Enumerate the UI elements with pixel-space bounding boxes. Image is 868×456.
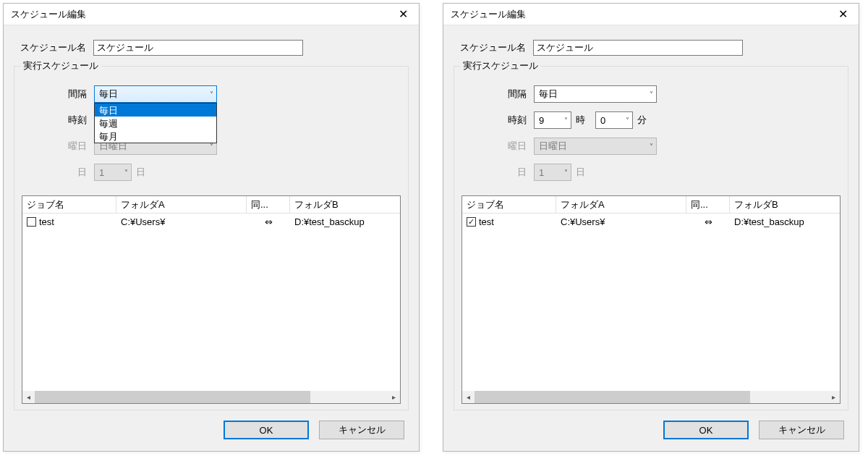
job-listview: ジョブ名 フォルダA 同... フォルダB test C:¥Users¥ ⇔ D… [22, 195, 401, 404]
chevron-down-icon: ˅ [210, 143, 213, 151]
weekday-combo-box: 日曜日 ˅ [534, 138, 657, 155]
chevron-down-icon: ˅ [124, 169, 128, 177]
listview-header: ジョブ名 フォルダA 同... フォルダB [22, 196, 400, 214]
interval-dropdown: 毎日 毎週 毎月 [94, 103, 217, 143]
day-unit: 日 [576, 166, 585, 179]
minute-unit: 分 [637, 114, 647, 127]
time-label: 時刻 [498, 114, 534, 127]
close-icon[interactable]: ✕ [827, 4, 859, 25]
cell-folder-b: D:¥test_basckup [290, 216, 400, 227]
schedule-name-input[interactable] [93, 40, 303, 56]
day-label: 日 [58, 166, 94, 179]
interval-value: 毎日 [539, 88, 558, 101]
day-row: 日 1 ˅ 日 [498, 159, 841, 185]
interval-combo[interactable]: 毎日 ˅ [534, 85, 657, 103]
weekday-label: 曜日 [58, 140, 94, 153]
schedule-name-row: スケジュール名 [454, 40, 848, 56]
interval-option-weekly[interactable]: 毎週 [95, 117, 216, 130]
cancel-button[interactable]: キャンセル [759, 421, 844, 439]
ok-button[interactable]: OK [663, 421, 749, 439]
col-folder-a[interactable]: フォルダA [556, 196, 686, 213]
group-legend: 実行スケジュール [460, 59, 541, 72]
interval-label: 間隔 [498, 88, 534, 101]
table-row[interactable]: test C:¥Users¥ ⇔ D:¥test_basckup [22, 214, 400, 229]
interval-combo-box[interactable]: 毎日 ˅ [534, 85, 657, 103]
hour-unit: 時 [576, 114, 585, 127]
chevron-down-icon: ˅ [650, 143, 653, 151]
col-sync[interactable]: 同... [686, 196, 730, 213]
day-combo: 1 ˅ [94, 164, 132, 181]
horizontal-scrollbar[interactable]: ◂ ▸ [462, 391, 840, 403]
interval-combo-box[interactable]: 毎日 ˅ [94, 85, 217, 103]
dialog-buttons: OK キャンセル [454, 410, 848, 444]
interval-value: 毎日 [99, 88, 118, 101]
time-row: 時刻 9 ˅ 時 0 ˅ 分 [498, 107, 841, 133]
col-folder-b[interactable]: フォルダB [290, 196, 400, 213]
chevron-down-icon: ˅ [564, 117, 568, 124]
scroll-left-icon[interactable]: ◂ [22, 391, 35, 403]
content-area: スケジュール名 実行スケジュール 間隔 毎日 ˅ 毎日 毎週 [4, 25, 419, 451]
table-row[interactable]: ✓ test C:¥Users¥ ⇔ D:¥test_basckup [462, 214, 840, 229]
day-value: 1 [99, 167, 104, 178]
schedule-name-row: スケジュール名 [14, 40, 409, 56]
col-job[interactable]: ジョブ名 [22, 196, 116, 213]
cell-folder-b: D:¥test_basckup [730, 216, 840, 227]
day-combo: 1 ˅ [534, 164, 571, 181]
interval-option-monthly[interactable]: 毎月 [95, 130, 216, 143]
scroll-thumb[interactable] [35, 391, 310, 403]
listview-body: ✓ test C:¥Users¥ ⇔ D:¥test_basckup [462, 214, 840, 391]
day-label: 日 [498, 166, 534, 179]
cell-job: ✓ test [462, 216, 556, 227]
ok-button[interactable]: OK [224, 421, 309, 439]
scroll-left-icon[interactable]: ◂ [462, 391, 475, 403]
minute-combo[interactable]: 0 ˅ [595, 111, 633, 129]
cell-folder-a: C:¥Users¥ [116, 216, 247, 227]
titlebar: スケジュール編集 ✕ [443, 4, 859, 25]
cell-sync: ⇔ [686, 216, 730, 227]
minute-value: 0 [600, 115, 605, 126]
weekday-value: 日曜日 [539, 140, 567, 153]
schedule-name-input[interactable] [533, 40, 743, 56]
cell-job: test [22, 216, 116, 227]
close-icon[interactable]: ✕ [387, 4, 419, 25]
listview-body: test C:¥Users¥ ⇔ D:¥test_basckup [22, 214, 400, 391]
scroll-right-icon[interactable]: ▸ [388, 391, 400, 403]
job-checkbox[interactable]: ✓ [467, 217, 476, 227]
day-unit: 日 [136, 166, 145, 179]
dialog-right: スケジュール編集 ✕ スケジュール名 実行スケジュール 間隔 毎日 ˅ [443, 3, 859, 452]
schedule-name-label: スケジュール名 [14, 41, 93, 54]
weekday-row: 曜日 日曜日 ˅ [498, 133, 841, 159]
interval-row: 間隔 毎日 ˅ 毎日 毎週 毎月 [58, 81, 401, 107]
hour-combo[interactable]: 9 ˅ [534, 111, 571, 129]
dialog-left: スケジュール編集 ✕ スケジュール名 実行スケジュール 間隔 毎日 ˅ 毎 [3, 3, 420, 452]
col-folder-b[interactable]: フォルダB [730, 196, 840, 213]
titlebar: スケジュール編集 ✕ [4, 4, 419, 25]
interval-row: 間隔 毎日 ˅ [498, 81, 841, 107]
exec-schedule-group: 実行スケジュール 間隔 毎日 ˅ 毎日 毎週 毎月 [14, 66, 409, 410]
weekday-combo: 日曜日 ˅ [534, 138, 657, 155]
chevron-down-icon: ˅ [564, 169, 568, 177]
job-checkbox[interactable] [27, 217, 36, 227]
cancel-button[interactable]: キャンセル [319, 421, 404, 439]
group-legend: 実行スケジュール [20, 59, 101, 72]
exec-schedule-group: 実行スケジュール 間隔 毎日 ˅ 時刻 9 ˅ [454, 66, 848, 410]
interval-combo[interactable]: 毎日 ˅ 毎日 毎週 毎月 [94, 85, 217, 103]
day-value: 1 [539, 167, 544, 178]
weekday-label: 曜日 [498, 140, 534, 153]
col-job[interactable]: ジョブ名 [462, 196, 556, 213]
scroll-track[interactable] [475, 391, 827, 403]
schedule-form: 間隔 毎日 ˅ 時刻 9 ˅ 時 [461, 81, 841, 195]
col-sync[interactable]: 同... [247, 196, 290, 213]
hour-value: 9 [539, 115, 544, 126]
scroll-track[interactable] [35, 391, 388, 403]
scroll-right-icon[interactable]: ▸ [827, 391, 840, 403]
scroll-thumb[interactable] [475, 391, 750, 403]
time-label: 時刻 [58, 114, 94, 127]
horizontal-scrollbar[interactable]: ◂ ▸ [22, 391, 400, 403]
schedule-form: 間隔 毎日 ˅ 毎日 毎週 毎月 時刻 [22, 81, 401, 195]
col-folder-a[interactable]: フォルダA [116, 196, 247, 213]
cell-folder-a: C:¥Users¥ [556, 216, 686, 227]
chevron-down-icon: ˅ [626, 117, 629, 124]
interval-option-daily[interactable]: 毎日 [95, 104, 216, 117]
cell-sync: ⇔ [247, 216, 290, 227]
